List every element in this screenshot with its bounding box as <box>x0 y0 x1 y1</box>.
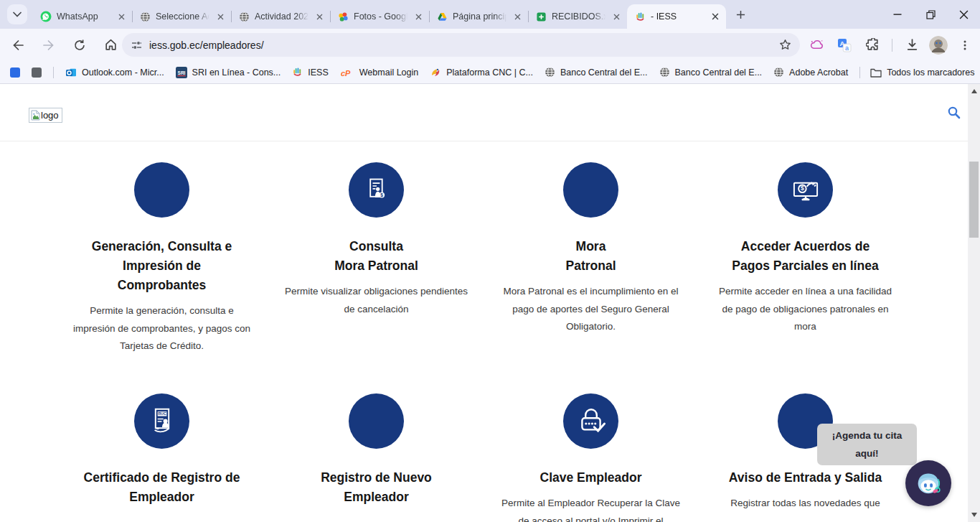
tab-recibidos[interactable]: RECIBIDOS.xlsx - <box>528 4 627 29</box>
home-icon <box>104 38 118 52</box>
translate-icon[interactable]: Aa <box>834 34 855 56</box>
cnc-icon <box>430 67 441 78</box>
tab-close-icon[interactable] <box>512 11 523 22</box>
bookmark-banco-central-2[interactable]: Banco Central del E... <box>659 67 763 78</box>
tab-label: Fotos - Google F <box>354 11 407 22</box>
service-description: Registrar todas las novedades que <box>702 495 908 513</box>
bookmark-iess[interactable]: IESS <box>292 67 329 78</box>
spreadsheet-icon <box>535 11 547 22</box>
lock-check-icon[interactable] <box>563 393 618 449</box>
tab-fotos[interactable]: Fotos - Google F <box>330 4 429 29</box>
address-bar[interactable]: iess.gob.ec/empleadores/ <box>122 33 800 57</box>
bookmark-cnc[interactable]: Plataforma CNC | C... <box>430 67 533 78</box>
bookmark-gray-square-icon[interactable] <box>32 67 42 78</box>
globe-icon <box>139 11 151 22</box>
service-circle-icon[interactable] <box>134 162 189 218</box>
tab-actividad[interactable]: Actividad 2024-1 <box>231 4 330 29</box>
service-title[interactable]: Certificado de Registro de Empleador <box>59 468 265 507</box>
bookmark-outlook[interactable]: Outlook.com - Micr... <box>65 67 164 78</box>
svg-text:a: a <box>845 44 849 51</box>
downloads-icon[interactable] <box>901 34 923 56</box>
tab-close-icon[interactable] <box>710 11 721 22</box>
forward-button[interactable] <box>38 34 60 56</box>
bookmark-label: Outlook.com - Micr... <box>82 67 164 78</box>
broken-image-icon <box>31 110 40 121</box>
minimize-button[interactable] <box>881 0 914 29</box>
tab-close-icon[interactable] <box>215 11 226 22</box>
browser-menu-icon[interactable] <box>954 34 976 56</box>
tab-label: WhatsApp <box>57 11 110 22</box>
service-description: Mora Patronal es el incumplimiento en el… <box>488 283 694 336</box>
scrollbar-up-arrow[interactable] <box>968 85 980 97</box>
globe-icon <box>773 67 784 78</box>
iess-logo-icon <box>634 11 646 22</box>
card-generacion-comprobantes: Generación, Consulta e Impresión de Comp… <box>55 162 269 393</box>
scrollbar-thumb[interactable] <box>969 162 979 238</box>
site-header: logo <box>0 84 968 141</box>
forward-arrow-icon <box>42 39 55 52</box>
chatbot-button[interactable] <box>905 460 951 506</box>
service-title[interactable]: Acceder Acuerdos de Pagos Parciales en l… <box>702 237 908 276</box>
service-title[interactable]: Generación, Consulta e Impresión de Comp… <box>59 237 265 295</box>
bookmark-webmail[interactable]: cP Webmail Login <box>340 67 418 78</box>
card-certificado-registro: RUC Certificado de Registro de Empleador <box>55 393 269 522</box>
bookmarks-divider <box>53 67 54 78</box>
tab-close-icon[interactable] <box>116 11 127 22</box>
service-title[interactable]: Mora Patronal <box>488 237 694 276</box>
back-arrow-icon <box>11 39 24 52</box>
ruc-document-icon[interactable]: RUC <box>134 393 189 449</box>
bookmark-adobe[interactable]: Adobe Acrobat <box>773 67 848 78</box>
tab-iess-active[interactable]: - IESS <box>627 4 726 29</box>
tab-close-icon[interactable] <box>314 11 325 22</box>
page-scrollbar[interactable] <box>968 84 980 522</box>
new-tab-button[interactable] <box>730 4 750 24</box>
chat-tooltip[interactable]: ¡Agenda tu cita aquí! <box>817 424 917 465</box>
all-bookmarks-button[interactable]: Todos los marcadores <box>870 67 974 78</box>
window-controls <box>881 0 980 29</box>
back-button[interactable] <box>7 34 29 56</box>
bookmark-label: SRI en Línea - Cons... <box>192 67 281 78</box>
service-title[interactable]: Clave Empleador <box>488 468 694 488</box>
tab-search-button[interactable] <box>7 4 27 24</box>
service-circle-icon[interactable] <box>349 393 404 449</box>
service-title[interactable]: Consulta Mora Patronal <box>273 237 479 276</box>
monitor-dollar-hand-icon[interactable]: $ <box>778 162 833 218</box>
tab-close-icon[interactable] <box>611 11 622 22</box>
service-description: Permite visualizar obligaciones pendient… <box>273 283 479 318</box>
globe-icon <box>545 67 555 78</box>
tab-whatsapp[interactable]: WhatsApp <box>33 4 132 29</box>
bookmark-label: Webmail Login <box>359 67 418 78</box>
reload-button[interactable] <box>69 34 90 56</box>
iess-logo-icon <box>292 67 303 78</box>
bookmark-sri[interactable]: SRI SRI en Línea - Cons... <box>176 67 281 78</box>
bookmark-label: Banco Central del E... <box>675 67 763 78</box>
tab-seleccione[interactable]: Seleccione Activ <box>132 4 231 29</box>
bookmark-star-icon[interactable] <box>779 39 791 51</box>
site-info-icon[interactable] <box>131 39 142 51</box>
document-person-dollar-icon[interactable]: $ <box>349 162 404 218</box>
tab-close-icon[interactable] <box>413 11 424 22</box>
plus-icon <box>736 10 745 19</box>
bookmark-banco-central-1[interactable]: Banco Central del E... <box>545 67 648 78</box>
service-title[interactable]: Aviso de Entrada y Salida <box>702 468 908 488</box>
profile-avatar[interactable] <box>929 36 948 55</box>
sri-icon: SRI <box>176 67 187 78</box>
svg-text:RUC: RUC <box>158 411 166 416</box>
home-button[interactable] <box>100 34 121 56</box>
site-logo-broken-image: logo <box>29 108 62 123</box>
url-text[interactable]: iess.gob.ec/empleadores/ <box>149 39 264 51</box>
globe-icon <box>238 11 250 22</box>
extensions-icon[interactable] <box>862 34 883 56</box>
page-search-button[interactable] <box>944 103 963 121</box>
weather-cloud-icon[interactable] <box>806 34 827 56</box>
bookmark-blue-square-icon[interactable] <box>10 67 20 78</box>
close-window-button[interactable] <box>947 0 980 29</box>
browser-window: WhatsApp Seleccione Activ Actividad 2024… <box>0 0 980 522</box>
service-title[interactable]: Registro de Nuevo Empleador <box>273 468 479 507</box>
maximize-button[interactable] <box>914 0 947 29</box>
tab-label: RECIBIDOS.xlsx - <box>552 11 606 22</box>
scrollbar-down-arrow[interactable] <box>968 509 980 521</box>
tab-pagina-principal[interactable]: Página principal <box>429 4 528 29</box>
service-circle-icon[interactable] <box>563 162 618 218</box>
svg-text:$: $ <box>380 192 383 198</box>
